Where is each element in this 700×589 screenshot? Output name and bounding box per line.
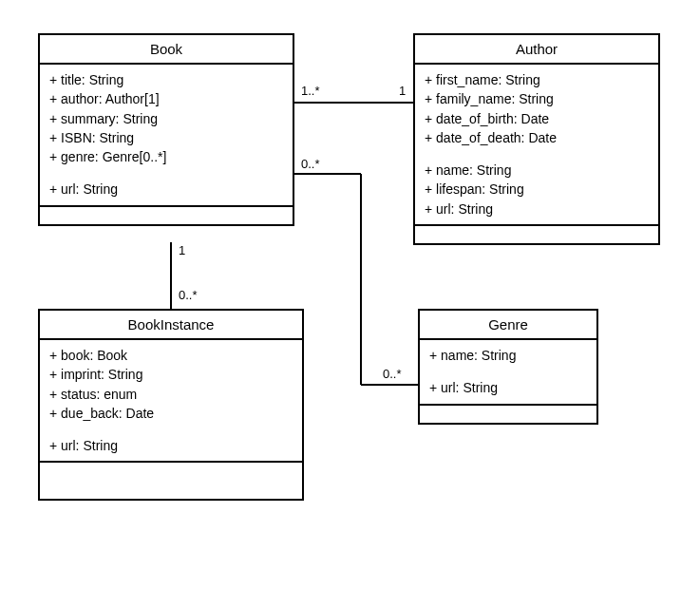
mult-book-author-right: 1 bbox=[399, 84, 406, 98]
mult-book-instance-bottom: 0..* bbox=[179, 288, 198, 302]
class-book-title: Book bbox=[40, 35, 293, 65]
class-bookinstance-ops bbox=[40, 463, 302, 499]
mult-book-genre-bottom: 0..* bbox=[383, 367, 402, 381]
mult-book-instance-top: 1 bbox=[179, 243, 185, 257]
attr: + name: String bbox=[429, 346, 589, 365]
uml-diagram: 1..* 1 0..* 0..* 1 0..* Book + title: St… bbox=[0, 0, 700, 589]
attr: + ISBN: String bbox=[49, 128, 285, 147]
class-bookinstance: BookInstance + book: Book + imprint: Str… bbox=[38, 309, 304, 501]
attr: + book: Book bbox=[49, 346, 294, 365]
class-author: Author + first_name: String + family_nam… bbox=[413, 33, 660, 245]
attr: + lifespan: String bbox=[425, 180, 651, 199]
attr: + name: String bbox=[425, 161, 651, 180]
class-bookinstance-title: BookInstance bbox=[40, 311, 302, 340]
class-author-attrs: + first_name: String + family_name: Stri… bbox=[415, 65, 658, 226]
attr: + date_of_death: Date bbox=[425, 128, 651, 147]
mult-book-genre-top: 0..* bbox=[301, 157, 320, 171]
attr: + summary: String bbox=[49, 109, 285, 128]
attr: + genre: Genre[0..*] bbox=[49, 147, 285, 166]
attr: + date_of_birth: Date bbox=[425, 109, 651, 128]
attr: + first_name: String bbox=[425, 70, 651, 89]
class-author-ops bbox=[415, 226, 658, 243]
mult-book-author-left: 1..* bbox=[301, 84, 320, 98]
class-book-attrs: + title: String + author: Author[1] + su… bbox=[40, 65, 293, 207]
attr: + url: String bbox=[425, 200, 651, 218]
class-book-ops bbox=[40, 207, 293, 224]
attr: + url: String bbox=[429, 378, 589, 397]
attr: + url: String bbox=[49, 436, 294, 455]
attr: + imprint: String bbox=[49, 365, 294, 384]
attr: + url: String bbox=[49, 180, 285, 199]
attr: + title: String bbox=[49, 70, 285, 89]
class-genre-title: Genre bbox=[420, 311, 596, 340]
attr: + due_back: Date bbox=[49, 404, 294, 423]
class-genre-attrs: + name: String + url: String bbox=[420, 340, 596, 406]
class-genre: Genre + name: String + url: String bbox=[418, 309, 598, 425]
class-book: Book + title: String + author: Author[1]… bbox=[38, 33, 294, 226]
class-bookinstance-attrs: + book: Book + imprint: String + status:… bbox=[40, 340, 302, 463]
class-genre-ops bbox=[420, 406, 596, 423]
attr: + family_name: String bbox=[425, 89, 651, 108]
attr: + status: enum bbox=[49, 385, 294, 404]
class-author-title: Author bbox=[415, 35, 658, 65]
attr: + author: Author[1] bbox=[49, 89, 285, 108]
